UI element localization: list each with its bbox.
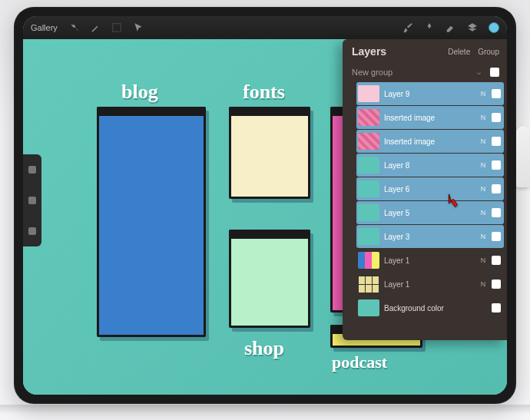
layer-thumb — [358, 276, 379, 293]
label-blog: blog — [121, 81, 158, 104]
layer-row[interactable]: Layer 6 N — [356, 177, 504, 200]
label-shop: shop — [244, 337, 284, 360]
layer-list: Layer 9 N Inserted image N Inserted imag… — [343, 81, 507, 340]
blend-mode[interactable]: N — [479, 209, 487, 217]
blend-mode[interactable]: N — [479, 280, 487, 288]
select-icon[interactable] — [111, 22, 122, 33]
layers-panel: Layers Delete Group New group ⌄ Layer 9 … — [343, 39, 507, 340]
top-toolbar: Gallery — [23, 16, 507, 39]
layer-row[interactable]: Inserted image N — [356, 130, 504, 153]
color-swatch[interactable] — [489, 22, 499, 33]
group-visibility-checkbox[interactable] — [490, 68, 499, 77]
label-podcast: podcast — [332, 352, 387, 372]
gallery-button[interactable]: Gallery — [31, 23, 58, 32]
layer-row[interactable]: Layer 1 N — [356, 273, 504, 296]
blend-mode[interactable]: N — [479, 256, 487, 264]
visibility-checkbox[interactable] — [492, 256, 501, 265]
ipad-device: Gallery blog fonts clients shop podcast — [14, 7, 516, 404]
visibility-checkbox[interactable] — [492, 89, 501, 98]
layer-group-row[interactable]: New group ⌄ — [343, 62, 507, 81]
wand-icon[interactable] — [90, 22, 101, 33]
visibility-checkbox[interactable] — [492, 208, 501, 217]
wrench-icon[interactable] — [68, 22, 79, 33]
app-screen: Gallery blog fonts clients shop podcast — [23, 16, 507, 395]
layer-thumb — [358, 180, 379, 197]
layer-thumb — [358, 252, 379, 269]
note-fonts — [229, 107, 310, 199]
visibility-checkbox[interactable] — [492, 113, 501, 122]
layer-row[interactable]: Layer 3 N — [356, 225, 504, 248]
visibility-checkbox[interactable] — [492, 279, 501, 289]
layer-name: Layer 6 — [384, 185, 475, 193]
layer-row[interactable]: Layer 9 N — [356, 82, 504, 105]
visibility-checkbox[interactable] — [492, 232, 501, 241]
visibility-checkbox[interactable] — [492, 137, 501, 146]
layers-icon[interactable] — [467, 22, 478, 33]
layer-row[interactable]: Layer 8 N — [356, 154, 504, 177]
layer-name: Layer 5 — [384, 209, 475, 217]
layer-name: Background color — [384, 304, 475, 313]
visibility-checkbox[interactable] — [492, 160, 501, 170]
label-fonts: fonts — [243, 81, 285, 104]
layer-thumb — [358, 228, 379, 245]
delete-button[interactable]: Delete — [448, 48, 470, 56]
layer-row[interactable]: Inserted image N — [356, 106, 504, 129]
layer-row[interactable]: Layer 1 N — [356, 249, 504, 272]
note-shop — [229, 230, 310, 328]
layer-name: Layer 1 — [384, 280, 475, 289]
note-blog — [97, 107, 206, 337]
layer-thumb — [358, 204, 379, 221]
layer-name: Inserted image — [384, 137, 475, 146]
layer-thumb — [358, 85, 379, 102]
visibility-checkbox[interactable] — [492, 184, 501, 193]
layer-thumb — [358, 109, 379, 126]
layer-row[interactable]: Layer 5 N — [356, 201, 504, 224]
layer-thumb — [358, 299, 379, 316]
apple-pencil — [516, 126, 530, 187]
layer-thumb — [358, 157, 379, 174]
layer-name: Layer 9 — [384, 90, 475, 98]
background-layer-row[interactable]: Background color — [356, 296, 504, 319]
group-name: New group — [352, 68, 393, 77]
blend-mode[interactable]: N — [479, 233, 487, 240]
eraser-icon[interactable] — [446, 22, 456, 33]
chevron-down-icon: ⌄ — [475, 67, 482, 77]
blend-mode[interactable]: N — [479, 161, 487, 169]
layer-thumb — [358, 133, 379, 150]
layer-name: Layer 1 — [384, 256, 475, 265]
pointer-cursor-icon — [445, 193, 462, 210]
layers-title: Layers — [352, 45, 440, 58]
blend-mode[interactable]: N — [479, 185, 487, 193]
brush-icon[interactable] — [402, 22, 413, 33]
layer-name: Layer 3 — [384, 233, 475, 241]
layer-name: Layer 8 — [384, 161, 475, 170]
blend-mode[interactable]: N — [479, 114, 487, 121]
blend-mode[interactable]: N — [479, 90, 487, 98]
group-button[interactable]: Group — [478, 48, 499, 56]
cursor-icon[interactable] — [133, 22, 144, 33]
layer-name: Inserted image — [384, 114, 475, 122]
left-sidebar[interactable] — [23, 154, 41, 246]
visibility-checkbox[interactable] — [492, 303, 501, 313]
smudge-icon[interactable] — [424, 22, 435, 33]
blend-mode[interactable]: N — [479, 137, 487, 145]
